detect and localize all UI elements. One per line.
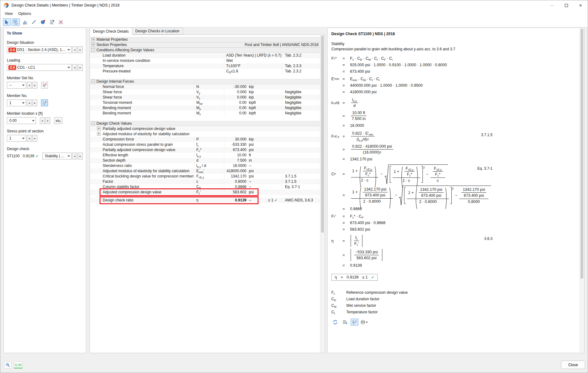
member-set-next-button[interactable]: ► <box>32 82 37 89</box>
member-set-select-pointer-icon[interactable] <box>41 82 48 89</box>
design-situation-next-button[interactable]: ► <box>78 46 83 53</box>
row-reference: 3.7.1.5 <box>282 179 320 184</box>
row-label: Actual compression stress parallel to gr… <box>103 142 173 147</box>
menu-options[interactable]: Options <box>16 11 34 16</box>
table-row: +Adjusted modulus of elasticity for stab… <box>90 131 320 137</box>
expand-toggle-icon[interactable]: + <box>91 43 95 46</box>
number-format-icon[interactable]: 047 <box>351 319 358 326</box>
details-scrollbar[interactable] <box>320 35 324 352</box>
design-check-next-button[interactable]: ► <box>78 153 83 159</box>
row-reference: 3.7.1.5 <box>282 174 320 179</box>
formula-scrollbar[interactable] <box>580 28 584 352</box>
row-symbol: le,y / d <box>194 163 224 168</box>
formula-line: =418000.000 psi <box>331 90 481 94</box>
expand-toggle-icon[interactable]: − <box>91 48 95 52</box>
member-location-next-button[interactable]: ► <box>45 117 50 124</box>
member-location-prev-button[interactable]: ◄ <box>40 117 45 124</box>
find-icon[interactable] <box>4 361 12 368</box>
row-value: 0.00 <box>224 100 247 105</box>
design-situation-prev-button[interactable]: ◄ <box>72 46 77 53</box>
detail-list-icon[interactable] <box>341 319 349 326</box>
select-location-icon[interactable] <box>12 18 20 26</box>
relative-location-toggle-button[interactable]: x/x₀ <box>54 117 63 124</box>
tab-design-checks-in-location[interactable]: Design Checks in Location <box>132 28 183 35</box>
stress-point-prev-button[interactable]: ◄ <box>27 135 32 142</box>
row-reference: Negligible <box>282 95 320 100</box>
close-button[interactable]: Close <box>561 361 585 369</box>
formula-block: Eq. 3.7-1CP=1 + FcE,yFc*2 · c − 1 + FcE,… <box>331 164 481 211</box>
check-passed-icon: ✔ <box>36 154 39 158</box>
tab-design-check-details[interactable]: Design Check Details <box>90 28 132 35</box>
table-row: Pressure-treatedCD≤1.6Tab. 2.3.2 <box>90 69 320 74</box>
select-result-icon[interactable] <box>3 18 11 26</box>
row-unit: psi <box>247 168 267 174</box>
member-no-next-button[interactable]: ► <box>32 99 37 106</box>
row-label: Partially adjusted compression design va… <box>103 127 175 131</box>
chevron-down-icon <box>32 120 35 122</box>
print-icon[interactable] <box>360 319 368 326</box>
table-row: Load durationASD (Ten Years) | LRFD (λ =… <box>90 53 320 58</box>
row-reference: AWC-NDS, 3.6.3 <box>282 198 320 203</box>
section-row: +Section PropertiesPost and Timber 8x8 |… <box>90 42 320 48</box>
loading-prev-button[interactable]: ◄ <box>72 64 77 71</box>
member-set-combo[interactable]: -- <box>7 82 26 89</box>
close-window-button[interactable]: ✕ <box>573 0 588 10</box>
expand-toggle-icon[interactable]: − <box>91 80 95 83</box>
expand-toggle-icon[interactable]: + <box>97 127 100 130</box>
member-no-combo[interactable]: 1 <box>7 99 26 106</box>
formula-description: Compression parallel to grain with buckl… <box>331 47 481 51</box>
stress-point-next-button[interactable]: ► <box>32 135 37 142</box>
design-situation-badge: 2.4 <box>8 48 16 52</box>
section-row: −Design Check Values <box>90 121 320 126</box>
formula-line: FcE,y=0.822 · E′min(le,y/d)2 <box>331 131 481 142</box>
row-reference: Tab. 2.3.2 <box>282 69 320 74</box>
design-situation-combo[interactable]: 2.4 DS1 - Section 2.4 (ASD), 1. to 7. <box>7 46 72 53</box>
table-row: Adjusted compression design valueFc'583.… <box>90 190 320 195</box>
measure-icon[interactable] <box>30 18 38 26</box>
row-label: Partially adjusted compression design va… <box>103 148 175 152</box>
result-diagram-icon[interactable] <box>21 18 29 26</box>
row-unit: ft <box>247 153 267 158</box>
row-symbol: FcE,y <box>194 174 224 179</box>
formula-block: E′min=Emin · CM · Ct · Ci=440000.000 psi… <box>331 77 481 94</box>
print-options-chevron[interactable] <box>366 322 368 323</box>
result-symbol: η <box>335 275 337 279</box>
loading-combo[interactable]: 2.4 CO1 - LC1 <box>7 64 72 71</box>
member-no-select-pointer-icon[interactable] <box>41 99 48 106</box>
clipping-tool-icon[interactable] <box>57 18 65 26</box>
member-set-prev-button[interactable]: ◄ <box>27 82 32 89</box>
row-value: 16.0000 <box>224 163 247 168</box>
row-symbol: fc <box>194 142 224 147</box>
info-badge-icon[interactable]: i <box>39 18 47 26</box>
numbered-note-icon[interactable]: 1 <box>48 18 56 26</box>
scrollbar-thumb[interactable] <box>321 36 324 233</box>
table-row: Bending momentMy0.00kipftNegligible <box>90 105 320 111</box>
maximize-button[interactable] <box>559 0 573 10</box>
expand-toggle-icon[interactable]: − <box>91 122 95 125</box>
design-check-code: ST1100 <box>7 154 22 158</box>
scrollbar-thumb[interactable] <box>581 29 583 279</box>
section-row: −Design Internal Forces <box>90 79 320 84</box>
member-no-label: Member No. <box>7 94 83 98</box>
decimal-places-indicator[interactable]: 0,00 <box>14 361 23 368</box>
row-label: Normal force <box>103 85 124 89</box>
formula-content: Design Check ST1100 | NDS | 2018 Stabili… <box>331 30 481 326</box>
refresh-icon[interactable] <box>331 319 339 326</box>
row-limit: ≤ 1 ✔ <box>267 198 282 203</box>
design-check-prev-button[interactable]: ◄ <box>72 153 77 159</box>
row-label: Section Properties <box>96 43 127 47</box>
row-unit: kipft <box>247 100 267 105</box>
row-label: Bending moment <box>103 106 131 110</box>
expand-toggle-icon[interactable]: + <box>97 132 100 136</box>
member-location-combo[interactable]: 0.00 <box>7 117 36 124</box>
member-no-prev-button[interactable]: ◄ <box>27 99 32 106</box>
member-location-label: Member location x [ft] <box>7 111 83 116</box>
expand-toggle-icon[interactable]: + <box>91 38 95 41</box>
stress-point-combo[interactable]: 1 <box>7 135 26 142</box>
design-check-combo[interactable]: Stability | Compre... <box>42 153 72 159</box>
loading-next-button[interactable]: ► <box>78 64 83 71</box>
menu-view[interactable]: View <box>2 11 15 16</box>
table-row: +Partially adjusted compression design v… <box>90 126 320 131</box>
code-reference: 3.6.3 <box>484 237 492 241</box>
minimize-button[interactable]: ─ <box>545 0 559 10</box>
